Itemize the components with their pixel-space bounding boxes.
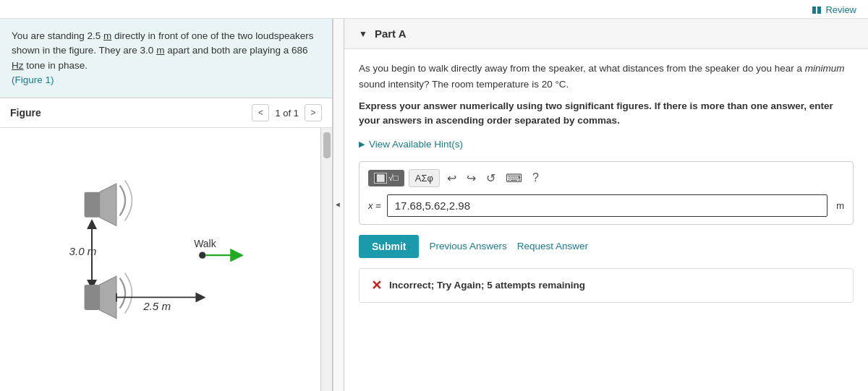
refresh-icon: ↺ bbox=[486, 172, 495, 184]
undo-button[interactable]: ↩ bbox=[444, 170, 459, 186]
next-button[interactable]: > bbox=[305, 104, 322, 121]
top-bar: Review bbox=[0, 0, 868, 19]
input-row: x = m bbox=[368, 194, 844, 217]
scroll-thumb[interactable] bbox=[323, 132, 331, 158]
problem-text-area: You are standing 2.5 m directly in front… bbox=[0, 19, 332, 98]
symbol-button[interactable]: ΑΣφ bbox=[409, 169, 440, 187]
submit-button[interactable]: Submit bbox=[359, 235, 419, 258]
answer-box: ⬜ √□ ΑΣφ ↩ ↪ ↺ ⌨ bbox=[359, 161, 854, 225]
help-button[interactable]: ? bbox=[529, 170, 542, 186]
instruction-text: Express your answer numerically using tw… bbox=[359, 99, 854, 129]
collapse-arrow[interactable]: ▼ bbox=[335, 202, 343, 209]
svg-marker-1 bbox=[100, 184, 116, 225]
svg-point-12 bbox=[199, 252, 205, 259]
part-collapse-arrow[interactable]: ▼ bbox=[359, 29, 367, 39]
figure-link[interactable]: (Figure 1) bbox=[12, 74, 54, 85]
question-text-after: sound intensity? The room temperature is… bbox=[359, 79, 569, 90]
math-template-button[interactable]: ⬜ √□ bbox=[368, 170, 404, 186]
svg-text:Walk: Walk bbox=[194, 238, 216, 249]
eq-label: x = bbox=[368, 200, 381, 211]
hint-arrow-icon: ▶ bbox=[359, 139, 365, 149]
part-title: Part A bbox=[375, 27, 407, 40]
prev-button[interactable]: < bbox=[252, 104, 269, 121]
template-icon: ⬜ bbox=[374, 173, 387, 184]
figure-area: 3.0 m bbox=[0, 128, 320, 391]
feedback-text: Incorrect; Try Again; 5 attempts remaini… bbox=[389, 280, 585, 291]
symbol-label: ΑΣφ bbox=[415, 173, 433, 184]
toolbar: ⬜ √□ ΑΣφ ↩ ↪ ↺ ⌨ bbox=[368, 169, 844, 187]
left-panel: You are standing 2.5 m directly in front… bbox=[0, 19, 333, 391]
redo-icon: ↪ bbox=[467, 172, 476, 184]
part-header: ▼ Part A bbox=[344, 19, 868, 49]
figure-bar: Figure < 1 of 1 > bbox=[0, 98, 332, 128]
question-text-before: As you begin to walk directly away from … bbox=[359, 63, 805, 74]
error-icon: ✕ bbox=[371, 278, 382, 293]
hint-link[interactable]: ▶ View Available Hint(s) bbox=[359, 139, 854, 150]
sqrt-icon: √□ bbox=[388, 173, 399, 183]
question-text: As you begin to walk directly away from … bbox=[359, 61, 854, 92]
previous-answers-link[interactable]: Previous Answers bbox=[429, 241, 506, 252]
question-body: As you begin to walk directly away from … bbox=[344, 49, 868, 314]
question-italic: minimum bbox=[805, 63, 845, 74]
svg-rect-4 bbox=[85, 285, 100, 310]
review-label: Review bbox=[825, 4, 856, 15]
svg-text:2.5 m: 2.5 m bbox=[142, 300, 171, 312]
page-indicator: 1 of 1 bbox=[275, 108, 299, 119]
review-link[interactable]: Review bbox=[812, 4, 856, 15]
redo-button[interactable]: ↪ bbox=[464, 170, 479, 186]
keyboard-button[interactable]: ⌨ bbox=[503, 170, 525, 186]
panel-divider: ▼ bbox=[333, 19, 344, 391]
main-content: You are standing 2.5 m directly in front… bbox=[0, 19, 868, 391]
figure-title: Figure bbox=[10, 107, 41, 119]
keyboard-icon: ⌨ bbox=[506, 172, 522, 184]
refresh-button[interactable]: ↺ bbox=[483, 170, 498, 186]
figure-svg: 3.0 m bbox=[0, 128, 320, 391]
answer-input[interactable] bbox=[387, 194, 827, 217]
nav-controls: < 1 of 1 > bbox=[252, 104, 322, 121]
hint-label: View Available Hint(s) bbox=[369, 139, 463, 150]
unit-label: m bbox=[836, 200, 844, 211]
right-panel: ▼ Part A As you begin to walk directly a… bbox=[344, 19, 868, 391]
help-icon: ? bbox=[532, 171, 539, 184]
svg-marker-5 bbox=[100, 276, 116, 318]
request-answer-link[interactable]: Request Answer bbox=[517, 241, 588, 252]
problem-text: You are standing 2.5 m directly in front… bbox=[12, 30, 314, 71]
svg-rect-0 bbox=[85, 192, 100, 218]
feedback-box: ✕ Incorrect; Try Again; 5 attempts remai… bbox=[359, 268, 854, 303]
undo-icon: ↩ bbox=[447, 172, 456, 184]
action-row: Submit Previous Answers Request Answer bbox=[359, 235, 854, 258]
